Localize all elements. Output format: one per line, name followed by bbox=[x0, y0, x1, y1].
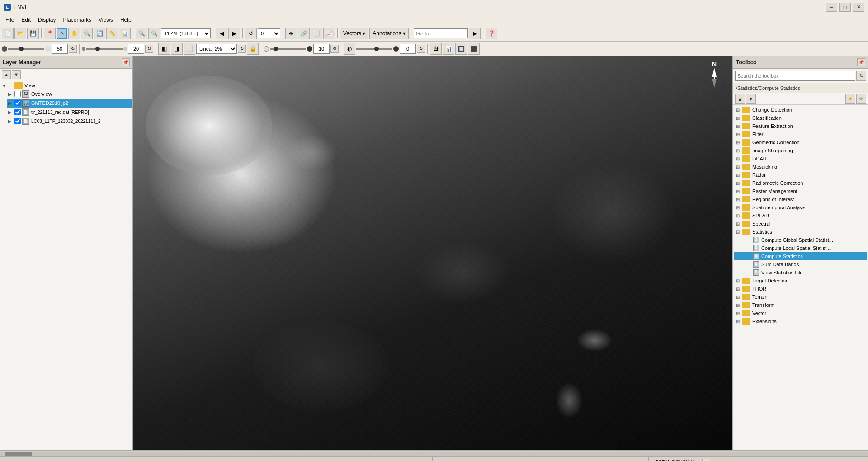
tool-cat-vector[interactable]: ⊞ Vector bbox=[734, 309, 867, 317]
stretch-icon-btn2[interactable]: ◨ bbox=[171, 43, 183, 55]
tool-cat-extensions[interactable]: ⊞ Extensions bbox=[734, 317, 867, 325]
stretch-refresh[interactable]: ↻ bbox=[238, 45, 246, 53]
new-button[interactable]: 📄 bbox=[2, 28, 14, 39]
save-button[interactable]: 💾 bbox=[27, 28, 39, 39]
tool-cat-classification[interactable]: ⊞ Classification bbox=[734, 114, 867, 122]
brightness-input[interactable]: 50 bbox=[52, 44, 68, 54]
zoom-in-tool[interactable]: 🔍 bbox=[81, 28, 93, 39]
toolbox-favorite-btn[interactable]: ★ bbox=[845, 94, 855, 104]
stretch-select[interactable]: Linear 2% bbox=[196, 44, 237, 54]
toolbox-unfavorite-btn[interactable]: ☆ bbox=[856, 94, 866, 104]
layer-item-lc08[interactable]: ▶ 📄 LC08_L1TP_123032_20221113_2 bbox=[7, 117, 132, 126]
layer-item-view[interactable]: ▼ View bbox=[1, 81, 132, 89]
toolbox-search-input[interactable] bbox=[735, 71, 855, 81]
tool-cat-raster-management[interactable]: ⊞ Raster Management bbox=[734, 187, 867, 195]
menu-file[interactable]: File bbox=[2, 16, 18, 24]
zoom-in-btn[interactable]: 🔍 bbox=[148, 28, 160, 39]
stretch-icon-btn[interactable]: ◧ bbox=[158, 43, 170, 55]
menu-help[interactable]: Help bbox=[117, 16, 135, 24]
zoom-out-btn[interactable]: 🔍 bbox=[136, 28, 147, 39]
misc-input[interactable] bbox=[400, 44, 416, 54]
tool-cat-spatiotemporal[interactable]: ⊞ Spatiotemporal Analysis bbox=[734, 203, 867, 212]
tool-cat-thor[interactable]: ⊞ THOR bbox=[734, 285, 867, 293]
misc-slider[interactable] bbox=[356, 48, 392, 50]
contrast-refresh[interactable]: ↻ bbox=[145, 45, 153, 53]
tool-item-compute-global[interactable]: 📄 Compute Global Spatial Statist... bbox=[734, 236, 867, 244]
goto-input[interactable] bbox=[414, 28, 468, 38]
tool-cat-radar[interactable]: ⊞ Radar bbox=[734, 171, 867, 179]
measure-tool[interactable]: 📏 bbox=[106, 28, 118, 39]
cursor-value-btn[interactable]: ⊕ bbox=[285, 28, 297, 39]
toolbox-nav-down[interactable]: ▼ bbox=[746, 94, 756, 104]
hscroll-track[interactable] bbox=[0, 452, 868, 456]
maximize-button[interactable]: □ bbox=[839, 3, 851, 12]
layer-item-tir[interactable]: ▶ 📄 tir_221113_rad.dat [REPRO] bbox=[7, 108, 132, 117]
tool-cat-feature-extraction[interactable]: ⊞ Feature Extraction bbox=[734, 122, 867, 130]
menu-views[interactable]: Views bbox=[95, 16, 117, 24]
tir-checkbox[interactable] bbox=[14, 109, 21, 115]
toolbox-refresh-btn[interactable]: ↻ bbox=[856, 71, 866, 81]
layer-up-btn[interactable]: ▲ bbox=[2, 70, 11, 79]
tool-cat-spear[interactable]: ⊞ SPEAR bbox=[734, 212, 867, 220]
select-tool[interactable]: ↖ bbox=[57, 28, 67, 39]
roi-btn[interactable]: ⬜ bbox=[311, 28, 322, 39]
layer-manager-pin-btn[interactable]: 📌 bbox=[122, 58, 130, 66]
horizontal-scrollbar[interactable] bbox=[0, 450, 868, 456]
menu-edit[interactable]: Edit bbox=[18, 16, 34, 24]
tool-item-compute-local[interactable]: 📄 Compute Local Spatial Statisti... bbox=[734, 244, 867, 252]
rotation-select[interactable]: 0° bbox=[258, 28, 280, 38]
tool-cat-image-sharpening[interactable]: ⊞ Image Sharpening bbox=[734, 146, 867, 155]
spectral-btn[interactable]: 📈 bbox=[323, 28, 335, 39]
layer-style-btn3[interactable]: 🔲 bbox=[455, 43, 467, 55]
open-button[interactable]: 📂 bbox=[14, 28, 26, 39]
toolbox-pin-btn[interactable]: 📌 bbox=[857, 58, 865, 66]
layer-style-btn2[interactable]: 📊 bbox=[443, 43, 454, 55]
pan-tool[interactable]: ✋ bbox=[68, 28, 80, 39]
gmted-expand-icon[interactable]: ▶ bbox=[8, 101, 14, 106]
lc08-expand-icon[interactable]: ▶ bbox=[8, 119, 14, 124]
layer-item-gmted[interactable]: ▶ 🌍 GMTED2010.jp2 bbox=[7, 99, 132, 108]
help-btn[interactable]: ❓ bbox=[486, 28, 497, 39]
tir-expand-icon[interactable]: ▶ bbox=[8, 110, 14, 115]
tool-item-sum-data-bands[interactable]: 📄 Sum Data Bands bbox=[734, 260, 867, 268]
gmted-checkbox[interactable] bbox=[14, 100, 21, 106]
toolbox-nav-up[interactable]: ▲ bbox=[735, 94, 745, 104]
tool-cat-statistics[interactable]: ⊟ Statistics bbox=[734, 228, 867, 236]
tool-cat-regions-of-interest[interactable]: ⊞ Regions of Interest bbox=[734, 195, 867, 203]
brightness-refresh[interactable]: ↻ bbox=[69, 45, 77, 53]
lc08-checkbox[interactable] bbox=[14, 118, 21, 124]
hscroll-thumb[interactable] bbox=[5, 452, 32, 456]
tool-cat-terrain[interactable]: ⊞ Terrain bbox=[734, 293, 867, 301]
layer-down-btn[interactable]: ▼ bbox=[12, 70, 21, 79]
transparency-input[interactable]: 10 bbox=[313, 44, 330, 54]
close-button[interactable]: ✕ bbox=[853, 3, 864, 12]
overview-expand-icon[interactable]: ▶ bbox=[8, 92, 14, 97]
goto-btn[interactable]: ▶ bbox=[469, 28, 481, 39]
tool-cat-target-detection[interactable]: ⊞ Target Detection bbox=[734, 277, 867, 285]
tool-cat-mosaicking[interactable]: ⊞ Mosaicking bbox=[734, 163, 867, 171]
rot-ccw-btn[interactable]: ↺ bbox=[245, 28, 257, 39]
menu-display[interactable]: Display bbox=[34, 16, 59, 24]
stretch-icon-btn3[interactable]: ⬜ bbox=[184, 43, 195, 55]
main-view[interactable]: N bbox=[133, 56, 732, 450]
tool-cat-transform[interactable]: ⊞ Transform bbox=[734, 301, 867, 309]
transparency-slider[interactable] bbox=[270, 48, 306, 50]
contrast-slider[interactable] bbox=[86, 48, 123, 50]
tool-cat-filter[interactable]: ⊞ Filter bbox=[734, 130, 867, 138]
next-btn[interactable]: ▶ bbox=[228, 28, 240, 39]
tool-cat-geometric-correction[interactable]: ⊞ Geometric Correction bbox=[734, 138, 867, 146]
tool-cat-spectral[interactable]: ⊞ Spectral bbox=[734, 220, 867, 228]
minimize-button[interactable]: ─ bbox=[826, 3, 837, 12]
transparency-refresh[interactable]: ↻ bbox=[330, 45, 339, 53]
display-btn1[interactable]: ◐ bbox=[344, 43, 355, 55]
layer-style-btn1[interactable]: 🖼 bbox=[430, 43, 442, 55]
zoom-select[interactable]: 11.4% (1:8.8...) bbox=[161, 28, 211, 38]
overview-checkbox[interactable] bbox=[14, 91, 21, 97]
tool-cat-radiometric-correction[interactable]: ⊞ Radiometric Correction bbox=[734, 179, 867, 187]
brightness-slider[interactable] bbox=[8, 48, 44, 50]
tool-item-view-statistics-file[interactable]: 📄 View Statistics File bbox=[734, 268, 867, 277]
vectors-btn[interactable]: Vectors ▾ bbox=[340, 28, 368, 39]
placemark-button[interactable]: 📍 bbox=[44, 28, 56, 39]
menu-placemarks[interactable]: Placemarks bbox=[59, 16, 95, 24]
annotations-btn[interactable]: Annotations ▾ bbox=[369, 28, 409, 39]
